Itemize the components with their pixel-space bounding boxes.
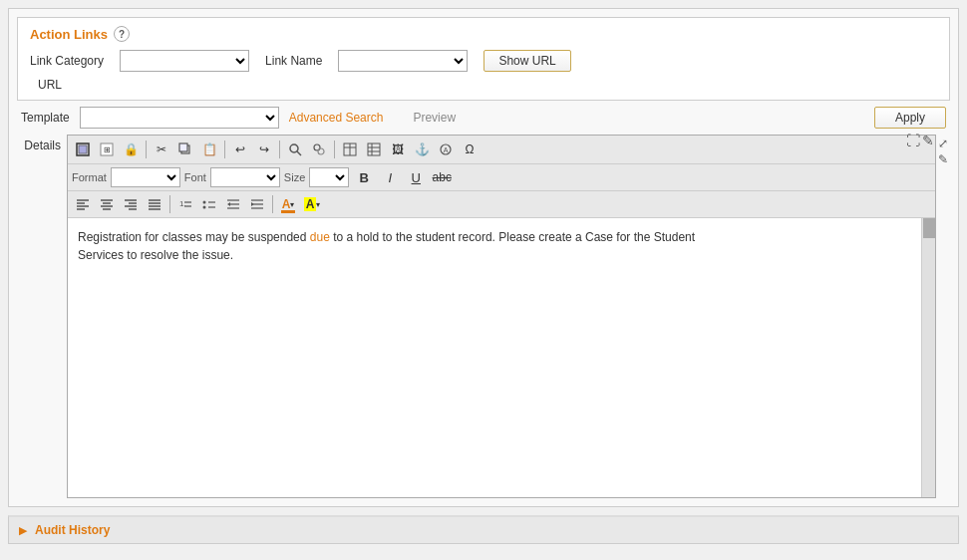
section-content: Action Links ? Link Category Option 1 Op… xyxy=(9,9,958,506)
editor-text-line2: Services to resolve the issue. xyxy=(78,248,233,262)
details-label: Details xyxy=(17,135,67,152)
unordered-list-btn[interactable] xyxy=(198,193,220,215)
audit-history-arrow: ▶ xyxy=(19,524,27,537)
svg-point-9 xyxy=(318,148,324,154)
toolbar-sep-3 xyxy=(279,140,280,158)
toolbar-special2-btn[interactable]: A xyxy=(435,139,457,160)
link-name-label: Link Name xyxy=(265,54,322,68)
template-select[interactable]: Template 1 Template 2 xyxy=(80,107,279,129)
align-justify-btn[interactable] xyxy=(144,193,165,215)
editor-toolbar-row2: Format Font Size xyxy=(68,164,935,191)
expand-icon-1[interactable]: ⛶ xyxy=(906,133,920,148)
editor-text-pre: Registration for classes may be suspende… xyxy=(78,230,310,244)
details-wrapper: Details ⛶ ✎ ⊞ xyxy=(17,135,950,498)
scrollbar-thumb[interactable] xyxy=(923,218,935,238)
toolbar-special1-btn[interactable]: ⚓ xyxy=(411,139,433,160)
editor-expand-icons: ⛶ ✎ xyxy=(906,133,934,148)
ordered-list-btn[interactable]: 1. xyxy=(174,193,196,215)
size-select[interactable] xyxy=(309,167,349,187)
toolbar-sep-2 xyxy=(224,140,225,158)
advanced-search-link[interactable]: Advanced Search xyxy=(289,111,384,125)
toolbar-frame-btn[interactable] xyxy=(72,139,94,160)
indent-btn[interactable] xyxy=(246,193,268,215)
show-url-button[interactable]: Show URL xyxy=(484,50,570,72)
bold-button[interactable]: B xyxy=(353,166,375,188)
template-row: Template Template 1 Template 2 Advanced … xyxy=(17,107,950,129)
toolbar-copy-btn[interactable] xyxy=(174,139,196,160)
strikethrough-button[interactable]: abc xyxy=(431,166,453,188)
svg-rect-5 xyxy=(179,143,187,151)
svg-text:A: A xyxy=(444,146,449,153)
editor-scrollbar[interactable] xyxy=(921,218,935,497)
expand-resize-icon[interactable]: ⤢ xyxy=(938,137,948,150)
help-icon[interactable]: ? xyxy=(114,26,130,42)
svg-rect-13 xyxy=(368,143,380,155)
url-label: URL xyxy=(38,78,62,92)
toolbar-redo-btn[interactable]: ↪ xyxy=(253,139,275,160)
main-content: Action Links ? Link Category Option 1 Op… xyxy=(8,8,959,507)
toolbar-sep-4 xyxy=(334,140,335,158)
editor-toolbar-row1: ⊞ 🔒 ✂ 📋 ↩ ↪ xyxy=(68,136,935,164)
svg-marker-45 xyxy=(227,202,230,206)
svg-point-39 xyxy=(203,206,206,209)
toolbar-find-btn[interactable] xyxy=(284,139,306,160)
audit-history-label[interactable]: Audit History xyxy=(35,523,110,537)
url-row: URL xyxy=(30,78,937,92)
expand-icon-2[interactable]: ✎ xyxy=(922,133,934,148)
link-name-select[interactable]: Option A Option B xyxy=(338,50,468,72)
page-wrapper: Action Links ? Link Category Option 1 Op… xyxy=(0,0,967,560)
toolbar-replace-btn[interactable] xyxy=(308,139,330,160)
toolbar-omega-btn[interactable]: Ω xyxy=(459,139,481,160)
toolbar-table-btn[interactable] xyxy=(339,139,361,160)
toolbar-paste-btn[interactable]: 📋 xyxy=(198,139,220,160)
action-links-section: Action Links ? Link Category Option 1 Op… xyxy=(17,17,950,101)
link-category-label: Link Category xyxy=(30,54,104,68)
underline-button[interactable]: U xyxy=(405,166,427,188)
svg-line-7 xyxy=(297,151,301,155)
italic-button[interactable]: I xyxy=(379,166,401,188)
toolbar-sep-1 xyxy=(146,140,147,158)
edit-pencil-icon[interactable]: ✎ xyxy=(938,152,948,166)
format-label: Format xyxy=(72,171,107,183)
toolbar-sep-6 xyxy=(272,195,273,213)
action-links-title: Action Links xyxy=(30,27,108,42)
editor-content-area[interactable]: Registration for classes may be suspende… xyxy=(68,218,921,497)
toolbar-source-btn[interactable]: ⊞ xyxy=(96,139,118,160)
font-label: Font xyxy=(184,171,206,183)
svg-point-6 xyxy=(290,144,298,152)
font-color-btn[interactable]: A ▾ xyxy=(277,193,299,215)
svg-marker-49 xyxy=(251,202,254,206)
outdent-btn[interactable] xyxy=(222,193,244,215)
size-label: Size xyxy=(284,171,305,183)
svg-text:1.: 1. xyxy=(179,199,186,208)
toolbar-cut-btn[interactable]: ✂ xyxy=(151,139,172,160)
editor-outer: ⛶ ✎ ⊞ 🔒 xyxy=(67,135,936,498)
details-right-icons: ⤢ ✎ xyxy=(936,135,950,168)
audit-history-section[interactable]: ▶ Audit History xyxy=(8,515,959,544)
editor-text-post: to a hold to the student record. Please … xyxy=(330,230,695,244)
template-label: Template xyxy=(21,111,70,125)
highlight-btn[interactable]: A ▾ xyxy=(301,193,323,215)
format-select[interactable] xyxy=(111,167,180,187)
editor-content-wrapper: Registration for classes may be suspende… xyxy=(68,218,935,497)
svg-point-38 xyxy=(203,201,206,204)
align-center-btn[interactable] xyxy=(96,193,118,215)
action-links-row: Link Category Option 1 Option 2 Link Nam… xyxy=(30,50,937,72)
svg-rect-1 xyxy=(79,145,87,153)
editor-toolbar-row3: 1. xyxy=(68,191,935,218)
align-right-btn[interactable] xyxy=(120,193,142,215)
preview-link[interactable]: Preview xyxy=(413,111,456,125)
apply-button[interactable]: Apply xyxy=(874,107,946,129)
action-links-header: Action Links ? xyxy=(30,26,937,42)
align-left-btn[interactable] xyxy=(72,193,94,215)
toolbar-sep-5 xyxy=(169,195,170,213)
link-category-select[interactable]: Option 1 Option 2 xyxy=(120,50,249,72)
toolbar-lock-btn[interactable]: 🔒 xyxy=(120,139,142,160)
editor-container: ⊞ 🔒 ✂ 📋 ↩ ↪ xyxy=(67,135,936,498)
font-select[interactable] xyxy=(210,167,280,187)
editor-text-highlight: due xyxy=(310,230,330,244)
svg-text:⊞: ⊞ xyxy=(104,145,111,154)
toolbar-undo-btn[interactable]: ↩ xyxy=(229,139,251,160)
toolbar-image-btn[interactable]: 🖼 xyxy=(387,139,409,160)
toolbar-table2-btn[interactable] xyxy=(363,139,385,160)
